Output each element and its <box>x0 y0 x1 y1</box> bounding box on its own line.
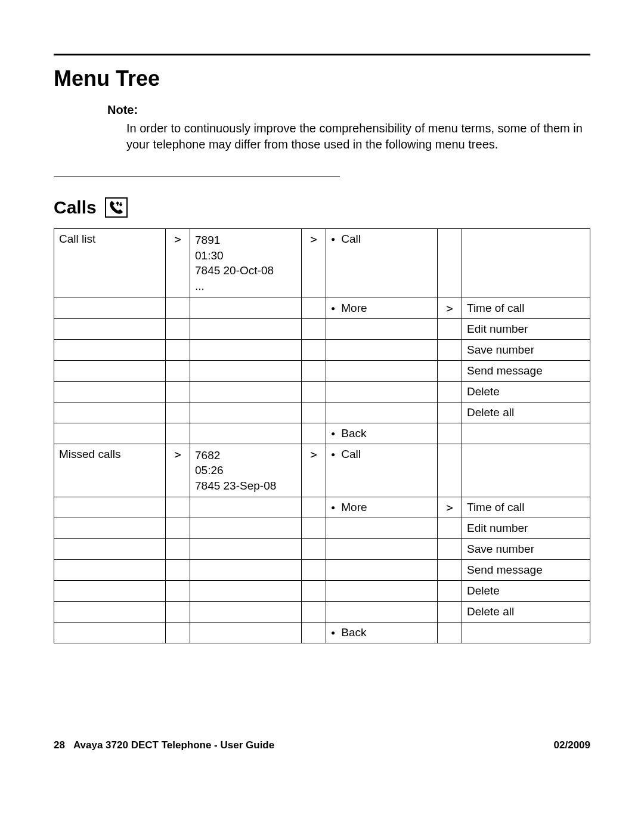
cell-level3 <box>326 560 438 581</box>
cell-chevron2 <box>302 423 326 444</box>
cell-level4: Delete <box>462 381 590 402</box>
cell-chevron1 <box>166 539 190 560</box>
cell-chevron1 <box>166 560 190 581</box>
cell-level1 <box>54 518 166 539</box>
cell-level1 <box>54 381 166 402</box>
cell-chevron2 <box>302 518 326 539</box>
table-row: Missed calls>768205:267845 23-Sep-08>Cal… <box>54 444 590 497</box>
cell-chevron3 <box>438 444 462 497</box>
cell-level3 <box>326 518 438 539</box>
cell-level4 <box>462 423 590 444</box>
table-row: Delete <box>54 381 590 402</box>
cell-level3: More <box>326 497 438 518</box>
cell-chevron1 <box>166 402 190 423</box>
page-title: Menu Tree <box>54 66 590 91</box>
cell-level1 <box>54 623 166 643</box>
cell-chevron3 <box>438 339 462 360</box>
cell-chevron2 <box>302 402 326 423</box>
cell-level4: Delete all <box>462 402 590 423</box>
cell-chevron2 <box>302 318 326 339</box>
footer-doc-title: Avaya 3720 DECT Telephone - User Guide <box>73 739 274 751</box>
cell-chevron2 <box>302 381 326 402</box>
cell-level1 <box>54 318 166 339</box>
cell-chevron3: > <box>438 298 462 318</box>
table-row: Save number <box>54 539 590 560</box>
cell-chevron2 <box>302 339 326 360</box>
cell-chevron3 <box>438 539 462 560</box>
cell-level3 <box>326 381 438 402</box>
cell-level3 <box>326 581 438 602</box>
cell-level3 <box>326 402 438 423</box>
cell-level4: Save number <box>462 339 590 360</box>
cell-chevron1 <box>166 623 190 643</box>
cell-level1: Call list <box>54 229 166 298</box>
cell-chevron2 <box>302 298 326 318</box>
cell-level2 <box>190 602 302 623</box>
cell-level2 <box>190 339 302 360</box>
cell-level2 <box>190 539 302 560</box>
cell-chevron1 <box>166 497 190 518</box>
cell-chevron3 <box>438 423 462 444</box>
cell-level4: Send message <box>462 560 590 581</box>
cell-level4: Save number <box>462 539 590 560</box>
cell-chevron3 <box>438 581 462 602</box>
cell-chevron3 <box>438 402 462 423</box>
cell-chevron2: > <box>302 444 326 497</box>
cell-level2 <box>190 402 302 423</box>
cell-level4 <box>462 623 590 643</box>
cell-level1 <box>54 423 166 444</box>
cell-chevron3 <box>438 381 462 402</box>
menu-tree-table: Call list>789101:307845 20-Oct-08...>Cal… <box>54 228 590 643</box>
cell-level2 <box>190 581 302 602</box>
table-row: Back <box>54 423 590 444</box>
calls-icon <box>105 197 128 218</box>
cell-chevron1 <box>166 381 190 402</box>
cell-level2: 789101:307845 20-Oct-08... <box>190 229 302 298</box>
cell-level2: 768205:267845 23-Sep-08 <box>190 444 302 497</box>
cell-chevron3 <box>438 360 462 381</box>
cell-level2 <box>190 318 302 339</box>
section-heading-text: Calls <box>54 197 97 218</box>
table-row: More>Time of call <box>54 497 590 518</box>
cell-chevron1 <box>166 602 190 623</box>
cell-level4: Edit number <box>462 318 590 339</box>
cell-level4: Delete all <box>462 602 590 623</box>
cell-level3: Back <box>326 623 438 643</box>
cell-chevron3 <box>438 602 462 623</box>
cell-chevron3 <box>438 623 462 643</box>
cell-level3: Call <box>326 229 438 298</box>
cell-chevron3 <box>438 318 462 339</box>
cell-chevron2 <box>302 581 326 602</box>
cell-level4: Delete <box>462 581 590 602</box>
cell-level3: Back <box>326 423 438 444</box>
cell-level3 <box>326 339 438 360</box>
cell-level3 <box>326 602 438 623</box>
cell-level1 <box>54 360 166 381</box>
table-row: Delete all <box>54 402 590 423</box>
section-heading: Calls <box>54 197 590 218</box>
table-row: Edit number <box>54 318 590 339</box>
cell-chevron1 <box>166 298 190 318</box>
cell-chevron1 <box>166 318 190 339</box>
table-row: Delete <box>54 581 590 602</box>
cell-level1 <box>54 581 166 602</box>
cell-level2 <box>190 497 302 518</box>
cell-chevron1 <box>166 581 190 602</box>
table-row: More>Time of call <box>54 298 590 318</box>
cell-level2 <box>190 623 302 643</box>
cell-level1 <box>54 560 166 581</box>
cell-level1 <box>54 497 166 518</box>
footer-date: 02/2009 <box>554 739 590 751</box>
cell-level4: Time of call <box>462 497 590 518</box>
cell-chevron3 <box>438 560 462 581</box>
cell-level2 <box>190 518 302 539</box>
cell-chevron1: > <box>166 444 190 497</box>
cell-level4 <box>462 444 590 497</box>
cell-chevron2: > <box>302 229 326 298</box>
cell-chevron1 <box>166 360 190 381</box>
cell-level2 <box>190 360 302 381</box>
cell-level2 <box>190 560 302 581</box>
cell-chevron2 <box>302 623 326 643</box>
cell-level1 <box>54 339 166 360</box>
cell-chevron2 <box>302 360 326 381</box>
